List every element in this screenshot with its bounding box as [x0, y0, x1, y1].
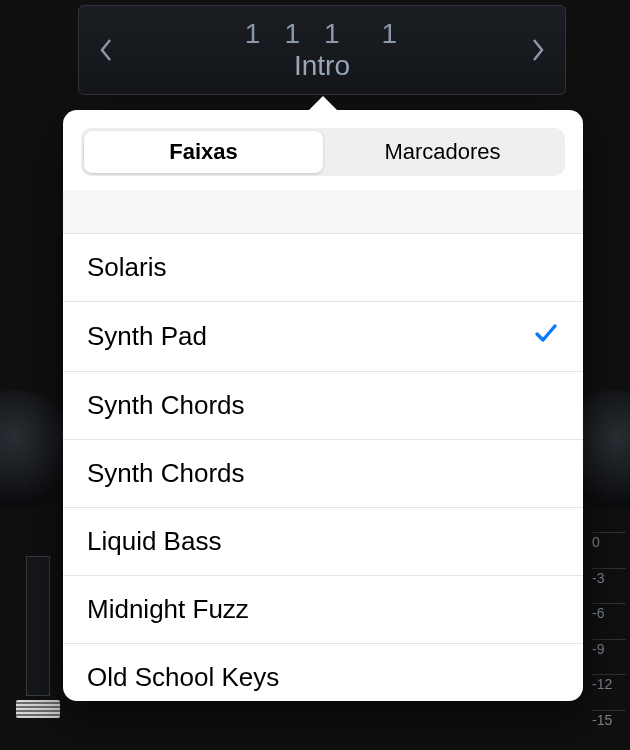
list-item[interactable]: Solaris [63, 234, 583, 302]
tab-markers[interactable]: Marcadores [323, 131, 562, 173]
track-name: Synth Chords [87, 458, 245, 489]
ruler-tick: -12 [592, 674, 626, 692]
pos-tick: 1 [382, 18, 400, 50]
transport-position: 1 1 1 1 [245, 18, 399, 50]
tracks-popover: Faixas Marcadores Solaris Synth Pad Synt… [63, 110, 583, 701]
list-item[interactable]: Midnight Fuzz [63, 576, 583, 644]
list-item[interactable]: Old School Keys [63, 644, 583, 701]
list-section-header [63, 190, 583, 234]
pos-bar: 1 [245, 18, 263, 50]
ruler-tick: -3 [592, 568, 626, 586]
track-name: Synth Chords [87, 390, 245, 421]
db-ruler: 0 -3 -6 -9 -12 -15 [592, 530, 626, 730]
ruler-tick: -6 [592, 603, 626, 621]
list-item[interactable]: Synth Pad [63, 302, 583, 372]
list-item[interactable]: Synth Chords [63, 372, 583, 440]
transport-center[interactable]: 1 1 1 1 Intro [119, 18, 525, 82]
prev-marker-button[interactable] [93, 37, 119, 63]
chevron-right-icon [531, 38, 545, 62]
level-meter [26, 556, 50, 696]
transport-marker-label: Intro [294, 50, 350, 82]
segmented-control[interactable]: Faixas Marcadores [81, 128, 565, 176]
ruler-tick: 0 [592, 532, 626, 550]
pos-beat: 1 [284, 18, 302, 50]
track-name: Solaris [87, 252, 166, 283]
list-item[interactable]: Liquid Bass [63, 508, 583, 576]
next-marker-button[interactable] [525, 37, 551, 63]
tracks-list: Solaris Synth Pad Synth Chords Synth Cho… [63, 234, 583, 701]
checkmark-icon [533, 320, 559, 353]
track-headers-stack [16, 700, 60, 718]
tab-tracks[interactable]: Faixas [84, 131, 323, 173]
track-name: Synth Pad [87, 321, 207, 352]
ruler-tick: -15 [592, 710, 626, 728]
pos-div: 1 [324, 18, 342, 50]
transport-display: 1 1 1 1 Intro [78, 5, 566, 95]
list-item[interactable]: Synth Chords [63, 440, 583, 508]
track-name: Midnight Fuzz [87, 594, 249, 625]
track-name: Liquid Bass [87, 526, 221, 557]
ruler-tick: -9 [592, 639, 626, 657]
chevron-left-icon [99, 38, 113, 62]
track-name: Old School Keys [87, 662, 279, 693]
